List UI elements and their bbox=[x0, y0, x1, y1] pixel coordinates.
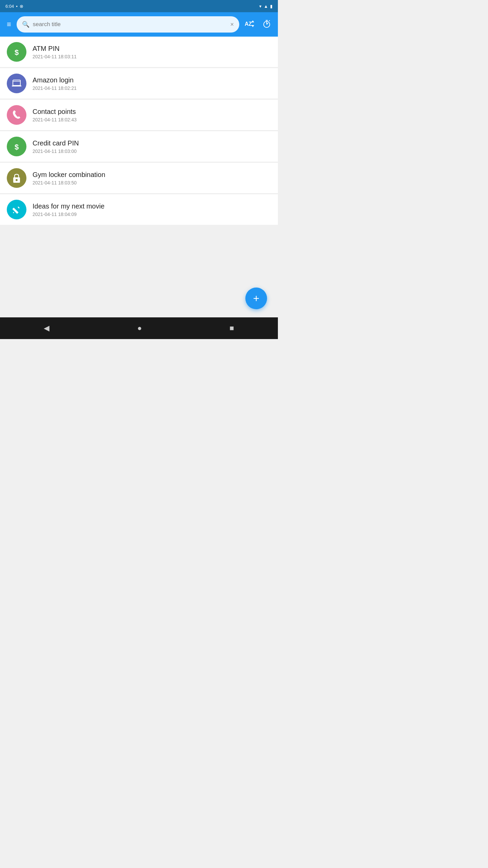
list-item[interactable]: Gym locker combination2021-04-11 18:03:5… bbox=[0, 163, 278, 194]
dnd-icon: ⊗ bbox=[20, 4, 23, 9]
item-content: Credit card PIN2021-04-11 18:03:00 bbox=[33, 139, 271, 154]
item-title: Amazon login bbox=[33, 76, 271, 84]
item-title: Credit card PIN bbox=[33, 139, 271, 147]
svg-rect-11 bbox=[12, 85, 21, 86]
search-icon: 🔍 bbox=[22, 21, 29, 28]
status-bar: 6:04 ▪ ⊗ ▾ ▲ ▮ bbox=[0, 0, 278, 12]
svg-line-7 bbox=[269, 20, 270, 21]
timer-icon bbox=[262, 19, 271, 28]
item-icon-lock bbox=[7, 168, 26, 188]
svg-text:$: $ bbox=[15, 48, 19, 57]
menu-button[interactable]: ≡ bbox=[5, 19, 13, 29]
item-date: 2021-04-11 18:04:09 bbox=[33, 212, 271, 217]
sort-az-icon: AZ bbox=[245, 20, 254, 28]
home-button[interactable]: ● bbox=[137, 324, 142, 333]
item-date: 2021-04-11 18:02:43 bbox=[33, 117, 271, 122]
list-item[interactable]: $ ATM PIN2021-04-11 18:03:11 bbox=[0, 37, 278, 67]
item-content: Amazon login2021-04-11 18:02:21 bbox=[33, 76, 271, 91]
item-content: Ideas for my next movie2021-04-11 18:04:… bbox=[33, 202, 271, 217]
clear-search-button[interactable]: × bbox=[230, 21, 234, 28]
item-date: 2021-04-11 18:03:50 bbox=[33, 180, 271, 185]
fab-container: + bbox=[0, 283, 278, 317]
sort-az-button[interactable]: AZ bbox=[243, 18, 256, 31]
item-content: Gym locker combination2021-04-11 18:03:5… bbox=[33, 171, 271, 185]
items-list: $ ATM PIN2021-04-11 18:03:11 Amazon logi… bbox=[0, 37, 278, 283]
item-title: Contact points bbox=[33, 108, 271, 116]
item-content: Contact points2021-04-11 18:02:43 bbox=[33, 108, 271, 122]
bottom-navigation: ◀ ● ■ bbox=[0, 317, 278, 339]
toolbar-icons: AZ bbox=[243, 18, 272, 31]
signal-icon: ▲ bbox=[264, 4, 268, 9]
item-date: 2021-04-11 18:02:21 bbox=[33, 85, 271, 91]
item-icon-dollar: $ bbox=[7, 137, 26, 156]
back-button[interactable]: ◀ bbox=[44, 324, 49, 333]
item-content: ATM PIN2021-04-11 18:03:11 bbox=[33, 45, 271, 59]
battery-icon: ▮ bbox=[270, 4, 272, 9]
list-item[interactable]: Amazon login2021-04-11 18:02:21 bbox=[0, 68, 278, 99]
item-title: Ideas for my next movie bbox=[33, 202, 271, 210]
status-left: 6:04 ▪ ⊗ bbox=[5, 4, 23, 9]
search-bar[interactable]: 🔍 × bbox=[17, 16, 239, 33]
status-right: ▾ ▲ ▮ bbox=[259, 4, 272, 9]
sd-card-icon: ▪ bbox=[16, 4, 18, 9]
search-input[interactable] bbox=[33, 21, 227, 28]
item-icon-dollar: $ bbox=[7, 42, 26, 62]
item-date: 2021-04-11 18:03:11 bbox=[33, 54, 271, 59]
item-icon-laptop bbox=[7, 74, 26, 93]
item-icon-pencil bbox=[7, 200, 26, 219]
time-display: 6:04 bbox=[5, 4, 14, 9]
list-item[interactable]: $ Credit card PIN2021-04-11 18:03:00 bbox=[0, 131, 278, 162]
add-item-fab[interactable]: + bbox=[245, 288, 267, 309]
list-item[interactable]: Contact points2021-04-11 18:02:43 bbox=[0, 100, 278, 131]
recent-apps-button[interactable]: ■ bbox=[229, 324, 234, 333]
app-bar: ≡ 🔍 × AZ bbox=[0, 12, 278, 37]
item-icon-phone bbox=[7, 105, 26, 125]
item-title: Gym locker combination bbox=[33, 171, 271, 179]
item-title: ATM PIN bbox=[33, 45, 271, 53]
svg-text:AZ: AZ bbox=[245, 21, 252, 27]
item-date: 2021-04-11 18:03:00 bbox=[33, 149, 271, 154]
svg-rect-9 bbox=[13, 80, 20, 85]
list-item[interactable]: Ideas for my next movie2021-04-11 18:04:… bbox=[0, 194, 278, 225]
timer-button[interactable] bbox=[261, 18, 272, 31]
svg-point-14 bbox=[16, 179, 18, 181]
wifi-icon: ▾ bbox=[259, 4, 262, 9]
svg-text:$: $ bbox=[15, 143, 19, 151]
